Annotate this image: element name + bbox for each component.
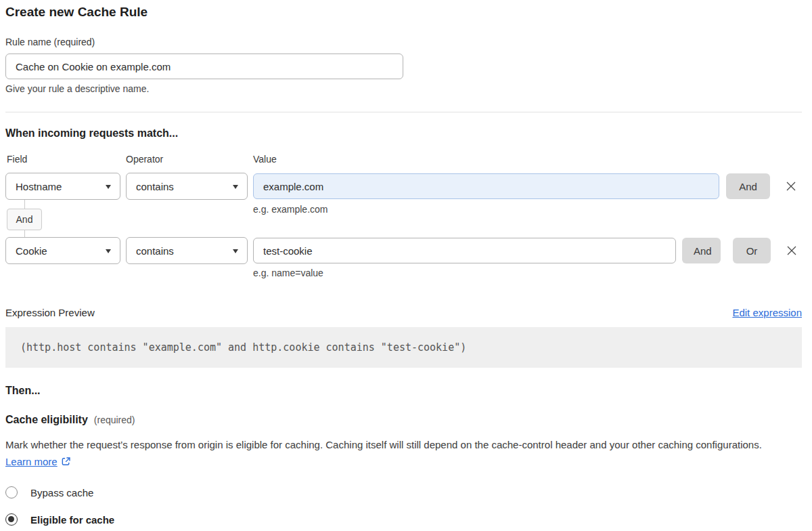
then-heading: Then... [5, 385, 802, 397]
value-column-label: Value [253, 154, 802, 165]
connector-line-bottom [24, 230, 25, 237]
section-divider [5, 112, 802, 112]
close-icon [785, 180, 797, 192]
create-cache-rule-form: Create new Cache Rule Rule name (require… [0, 0, 812, 526]
connector-line-top [24, 200, 25, 209]
value-input-2[interactable] [253, 238, 676, 263]
required-note: (required) [94, 415, 135, 425]
radio-unselected-icon[interactable] [5, 486, 18, 498]
condition-column-labels: Field Operator Value [5, 154, 802, 165]
close-icon [786, 245, 798, 257]
cache-eligibility-title: Cache eligibility [5, 414, 88, 426]
edit-expression-link[interactable]: Edit expression [732, 307, 802, 318]
cache-eligibility-heading: Cache eligibility (required) [5, 414, 802, 426]
expression-header: Expression Preview Edit expression [5, 307, 802, 318]
rule-name-help: Give your rule a descriptive name. [5, 83, 802, 94]
radio-selected-icon[interactable] [5, 513, 18, 526]
field-select-1-value: Hostname [16, 181, 62, 192]
radio-option-bypass-cache[interactable]: Bypass cache [5, 486, 802, 498]
operator-select-2[interactable]: contains [126, 237, 248, 264]
radio-option-eligible-for-cache[interactable]: Eligible for cache [5, 513, 802, 526]
description-text: Mark whether the request’s response from… [5, 439, 762, 450]
chevron-down-icon [233, 249, 238, 253]
condition-row-2: Cookie contains And Or [5, 237, 802, 264]
chevron-down-icon [106, 249, 111, 253]
radio-label: Bypass cache [30, 487, 93, 498]
chevron-down-icon [106, 185, 111, 189]
operator-column-label: Operator [126, 154, 253, 165]
field-select-1[interactable]: Hostname [5, 173, 120, 200]
value-hint-2: e.g. name=value [253, 268, 802, 278]
add-or-condition-button-2[interactable]: Or [733, 238, 771, 263]
connector-band: And e.g. example.com [5, 200, 802, 237]
learn-more-link[interactable]: Learn more [5, 456, 58, 467]
radio-label: Eligible for cache [30, 514, 114, 526]
value-input-1[interactable] [253, 173, 719, 199]
chevron-down-icon [233, 185, 238, 189]
expression-preview-label: Expression Preview [5, 307, 95, 318]
operator-select-1-value: contains [136, 181, 174, 192]
rule-name-input[interactable] [5, 54, 403, 79]
external-link-icon [61, 454, 71, 471]
remove-condition-button-1[interactable] [784, 179, 798, 194]
cache-eligibility-description: Mark whether the request’s response from… [5, 436, 785, 471]
field-select-2-value: Cookie [16, 245, 47, 257]
condition-row-1: Hostname contains And [5, 173, 802, 200]
match-heading: When incoming requests match... [5, 127, 802, 140]
connector-and-button[interactable]: And [7, 209, 42, 230]
add-and-condition-button-2[interactable]: And [682, 238, 721, 263]
field-column-label: Field [5, 154, 126, 165]
rule-name-label: Rule name (required) [5, 37, 802, 47]
remove-condition-button-2[interactable] [784, 243, 799, 258]
operator-select-2-value: contains [136, 245, 174, 257]
add-and-condition-button-1[interactable]: And [726, 173, 770, 199]
operator-select-1[interactable]: contains [126, 173, 248, 200]
expression-preview-code: (http.host contains "example.com" and ht… [5, 327, 802, 368]
page-title: Create new Cache Rule [5, 4, 802, 20]
field-select-2[interactable]: Cookie [5, 237, 120, 264]
value-hint-1: e.g. example.com [253, 204, 328, 215]
